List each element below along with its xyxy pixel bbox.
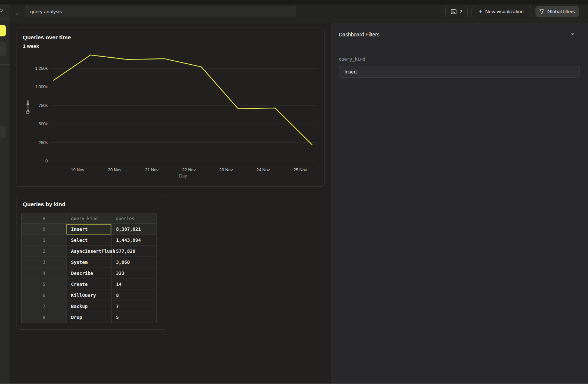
left-sidebar: ↻ [0, 4, 10, 384]
query-kind-cell[interactable]: KillQuery [67, 290, 111, 301]
queries-value-cell[interactable]: 5 [111, 312, 156, 323]
queries-value-cell[interactable]: 7 [111, 301, 156, 312]
query-kind-cell[interactable]: AsyncInsertFlush [67, 246, 111, 257]
queries-value-cell[interactable]: 3,060 [111, 257, 156, 268]
row-index-cell: 4 [22, 268, 67, 279]
y-tick-label: 250k [39, 140, 48, 145]
funnel-icon [539, 9, 544, 14]
top-bar: ← 2 + New visualization Global filters [10, 4, 588, 23]
sidebar-item[interactable] [0, 42, 6, 56]
queries-by-kind-table: #query_kindqueries 0Insert8,307,0211Sele… [21, 213, 157, 323]
row-index-cell: 0 [22, 224, 67, 235]
x-tick-label: 25 Nov [294, 168, 307, 172]
x-tick-label: 20 Nov [108, 168, 122, 172]
column-header-query_kind[interactable]: query_kind [67, 214, 111, 224]
table-body: 0Insert8,307,0211Select1,443,8942AsyncIn… [22, 224, 157, 323]
row-index-cell: 3 [22, 257, 67, 268]
table-row: 8Drop5 [22, 312, 157, 323]
y-tick-label: 0 [46, 159, 48, 163]
table-row: 3System3,060 [22, 257, 157, 268]
window-top-strip [0, 0, 588, 4]
query-kind-cell[interactable]: Drop [67, 312, 111, 323]
global-filters-label: Global filters [547, 9, 575, 14]
sidebar-divider [0, 64, 10, 65]
row-index-cell: 5 [22, 279, 67, 290]
new-visualization-label: New visualization [485, 9, 524, 14]
queries-value-cell[interactable]: 1,443,894 [111, 235, 156, 246]
row-index-cell: 2 [22, 246, 67, 257]
y-axis-title: Queries [25, 100, 30, 114]
table-row: 2AsyncInsertFlush577,820 [22, 246, 157, 257]
row-index-cell: 6 [22, 290, 67, 301]
x-tick-label: 21 Nov [145, 168, 159, 172]
dashboard-filters-panel: Dashboard Filters × query_kind [331, 23, 588, 384]
table-row: 7Backup7 [22, 301, 157, 312]
column-header-index[interactable]: # [22, 214, 67, 224]
y-tick-label: 1 250k [35, 66, 48, 71]
table-row: 1Select1,443,894 [22, 235, 157, 246]
x-tick-label: 19 Nov [71, 168, 85, 172]
table-row: 0Insert8,307,021 [22, 224, 157, 235]
queries-value-cell[interactable]: 577,820 [111, 246, 156, 257]
queries-over-time-card: Queries over time 1 week 0250k500k750k1 … [17, 28, 325, 187]
query-kind-cell[interactable]: Describe [67, 268, 111, 279]
table-row: 4Describe323 [22, 268, 157, 279]
query-kind-cell[interactable]: Select [67, 235, 111, 246]
query-kind-cell[interactable]: Backup [67, 301, 111, 312]
filters-panel-title: Dashboard Filters [339, 32, 380, 37]
row-index-cell: 8 [22, 312, 67, 323]
sidebar-item[interactable] [0, 126, 6, 138]
row-index-cell: 7 [22, 301, 67, 312]
queries-value-cell[interactable]: 323 [111, 268, 156, 279]
sidebar-divider [0, 19, 10, 20]
queries-value-cell[interactable]: 8 [111, 290, 156, 301]
panel-divider [331, 49, 588, 49]
new-visualization-button[interactable]: + New visualization [472, 6, 531, 17]
x-tick-label: 24 Nov [257, 168, 270, 172]
query-kind-cell[interactable]: Create [67, 279, 111, 290]
queries-value-cell[interactable]: 14 [111, 279, 156, 290]
query-kind-cell[interactable]: Insert [67, 224, 111, 235]
filter-field-label: query_kind [339, 57, 365, 62]
console-count: 2 [459, 9, 462, 14]
console-count-button[interactable]: 2 [445, 6, 468, 17]
x-axis-title: Day [179, 173, 187, 179]
global-filters-button[interactable]: Global filters [535, 6, 579, 17]
dashboard-title-input[interactable] [25, 6, 296, 17]
y-tick-label: 750k [39, 103, 48, 108]
table-header: #query_kindqueries [22, 214, 157, 224]
sidebar-item-active[interactable] [0, 25, 6, 36]
table-row: 6KillQuery8 [22, 290, 157, 301]
x-tick-label: 23 Nov [219, 168, 233, 172]
table-title: Queries by kind [23, 201, 65, 208]
back-arrow-icon[interactable]: ← [14, 7, 23, 19]
y-tick-label: 500k [39, 122, 48, 126]
refresh-icon[interactable]: ↻ [0, 8, 3, 14]
table-row: 5Create14 [22, 279, 157, 290]
x-tick-label: 22 Nov [182, 168, 196, 172]
app-window: ↻ ← 2 + New visualization Global filters [0, 0, 588, 384]
y-tick-label: 1 000k [35, 85, 48, 89]
row-index-cell: 1 [22, 235, 67, 246]
close-icon[interactable]: × [569, 31, 576, 37]
queries-value-cell[interactable]: 8,307,021 [111, 224, 156, 235]
query-kind-cell[interactable]: System [67, 257, 111, 268]
plus-icon: + [479, 8, 482, 15]
console-icon [451, 9, 456, 14]
queries-over-time-chart: 0250k500k750k1 000k1 250k19 Nov20 Nov21 … [17, 28, 325, 187]
query-kind-filter-input[interactable] [339, 66, 580, 78]
column-header-queries[interactable]: queries [111, 214, 156, 224]
queries-by-kind-card: Queries by kind #query_kindqueries 0Inse… [17, 195, 167, 330]
